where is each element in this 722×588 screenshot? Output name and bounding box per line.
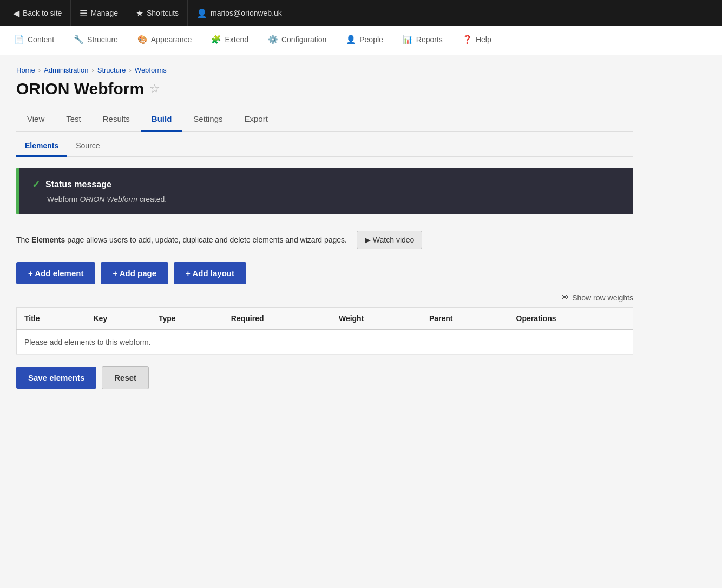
add-element-button[interactable]: + Add element: [16, 262, 95, 284]
sub-tab-elements[interactable]: Elements: [16, 137, 67, 157]
back-to-site-link[interactable]: ◀ Back to site: [4, 0, 71, 26]
nav-configuration[interactable]: ⚙️ Configuration: [258, 26, 336, 55]
reset-button[interactable]: Reset: [102, 366, 149, 389]
menu-icon: ☰: [80, 8, 87, 18]
nav-structure-label: Structure: [87, 35, 118, 44]
help-icon: ❓: [462, 35, 472, 44]
info-elements-bold: Elements: [31, 236, 65, 244]
nav-extend[interactable]: 🧩 Extend: [201, 26, 258, 55]
nav-help-label: Help: [476, 35, 491, 44]
reports-icon: 📊: [403, 35, 413, 44]
extend-icon: 🧩: [211, 35, 221, 44]
info-text: The Elements page allows users to add, u…: [16, 236, 347, 244]
col-title: Title: [17, 308, 86, 330]
user-icon: 👤: [196, 8, 207, 18]
tab-settings[interactable]: Settings: [182, 109, 233, 132]
shortcuts-label: Shortcuts: [147, 9, 179, 17]
status-message-italic: ORION Webform: [80, 195, 137, 204]
table-separator: [16, 355, 633, 355]
user-link[interactable]: 👤 marios@orionweb.uk: [188, 0, 291, 26]
appearance-icon: 🎨: [137, 35, 148, 44]
tab-export[interactable]: Export: [234, 109, 279, 132]
structure-icon: 🔧: [74, 35, 84, 44]
tab-bar: View Test Results Build Settings Export: [16, 109, 633, 132]
page-title: ORION Webform: [16, 80, 144, 98]
status-message-box: ✓ Status message Webform ORION Webform c…: [16, 168, 633, 214]
nav-people-label: People: [359, 35, 383, 44]
row-weights-icon: 👁: [560, 293, 569, 303]
star-icon: ★: [136, 8, 143, 18]
tab-test[interactable]: Test: [55, 109, 92, 132]
shortcuts-link[interactable]: ★ Shortcuts: [127, 0, 188, 26]
info-row: The Elements page allows users to add, u…: [16, 231, 633, 249]
nav-appearance-label: Appearance: [151, 35, 192, 44]
manage-link[interactable]: ☰ Manage: [71, 0, 127, 26]
col-weight: Weight: [331, 308, 422, 330]
breadcrumb: Home › Administration › Structure › Webf…: [16, 66, 633, 74]
breadcrumb-structure[interactable]: Structure: [97, 66, 126, 74]
nav-content-label: Content: [28, 35, 54, 44]
back-arrow-icon: ◀: [13, 8, 19, 18]
sub-tab-bar: Elements Source: [16, 137, 633, 157]
tab-view[interactable]: View: [16, 109, 55, 132]
nav-configuration-label: Configuration: [281, 35, 326, 44]
tab-build[interactable]: Build: [141, 109, 183, 132]
status-title: Status message: [45, 180, 111, 190]
nav-extend-label: Extend: [225, 35, 248, 44]
main-content: Home › Administration › Structure › Webf…: [0, 55, 649, 400]
back-to-site-label: Back to site: [23, 9, 62, 17]
status-message-prefix: Webform: [47, 195, 80, 204]
nav-content[interactable]: 📄 Content: [4, 26, 64, 55]
table-empty-message: Please add elements to this webform.: [17, 330, 633, 355]
nav-reports[interactable]: 📊 Reports: [393, 26, 452, 55]
col-type: Type: [151, 308, 224, 330]
status-message-suffix: created.: [137, 195, 167, 204]
col-operations: Operations: [509, 308, 633, 330]
show-row-weights-label: Show row weights: [572, 293, 633, 302]
breadcrumb-sep-1: ›: [38, 66, 41, 74]
breadcrumb-webforms[interactable]: Webforms: [135, 66, 167, 74]
user-label: marios@orionweb.uk: [211, 9, 282, 17]
content-icon: 📄: [14, 35, 24, 44]
sub-tab-source[interactable]: Source: [67, 137, 108, 157]
admin-bar: ◀ Back to site ☰ Manage ★ Shortcuts 👤 ma…: [0, 0, 722, 26]
breadcrumb-sep-2: ›: [91, 66, 94, 74]
watch-video-button[interactable]: ▶ Watch video: [357, 231, 422, 249]
col-key: Key: [86, 308, 152, 330]
breadcrumb-sep-3: ›: [129, 66, 132, 74]
people-icon: 👤: [346, 35, 356, 44]
nav-people[interactable]: 👤 People: [336, 26, 393, 55]
nav-bar: 📄 Content 🔧 Structure 🎨 Appearance 🧩 Ext…: [0, 26, 722, 55]
show-row-weights-row[interactable]: 👁 Show row weights: [16, 293, 633, 303]
save-elements-button[interactable]: Save elements: [16, 367, 96, 389]
action-buttons-row: + Add element + Add page + Add layout: [16, 262, 633, 284]
col-parent: Parent: [422, 308, 509, 330]
status-body: Webform ORION Webform created.: [47, 195, 620, 204]
page-title-row: ORION Webform ☆: [16, 80, 633, 98]
nav-appearance[interactable]: 🎨 Appearance: [128, 26, 202, 55]
col-required: Required: [224, 308, 331, 330]
status-check-icon: ✓: [32, 179, 40, 191]
favorite-star-icon[interactable]: ☆: [149, 82, 160, 96]
status-box-header: ✓ Status message: [32, 179, 620, 191]
bottom-buttons: Save elements Reset: [16, 366, 633, 389]
configuration-icon: ⚙️: [268, 35, 278, 44]
tab-results[interactable]: Results: [92, 109, 141, 132]
table-header-row: Title Key Type Required Weight Parent Op…: [17, 308, 633, 330]
manage-label: Manage: [90, 9, 118, 17]
table-empty-row: Please add elements to this webform.: [17, 330, 633, 355]
add-layout-button[interactable]: + Add layout: [174, 262, 246, 284]
breadcrumb-home[interactable]: Home: [16, 66, 35, 74]
nav-structure[interactable]: 🔧 Structure: [64, 26, 128, 55]
add-page-button[interactable]: + Add page: [101, 262, 168, 284]
nav-reports-label: Reports: [416, 35, 443, 44]
breadcrumb-admin[interactable]: Administration: [44, 66, 88, 74]
elements-table: Title Key Type Required Weight Parent Op…: [16, 307, 633, 355]
nav-help[interactable]: ❓ Help: [452, 26, 501, 55]
